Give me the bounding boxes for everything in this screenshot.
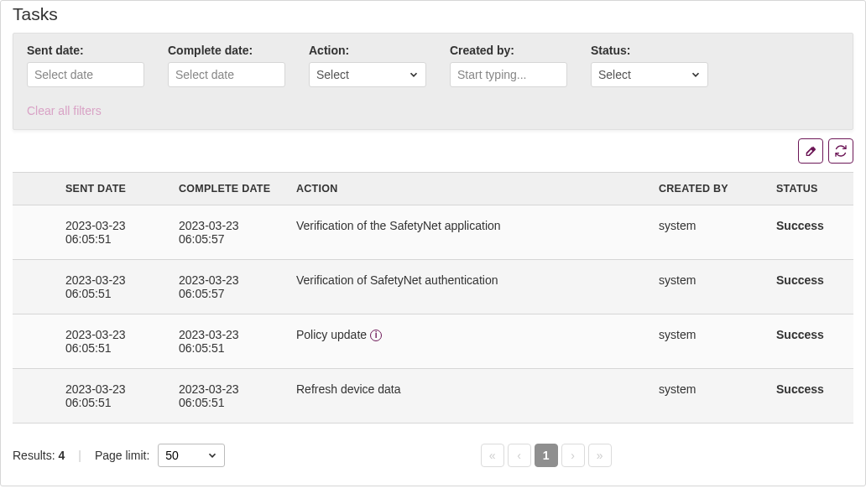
- cell-sent: 2023-03-2306:05:51: [59, 205, 172, 259]
- eraser-icon: [804, 144, 817, 158]
- filter-sent-date: Sent date:: [27, 44, 144, 87]
- pager-last[interactable]: »: [588, 444, 612, 467]
- cell-complete: 2023-03-2306:05:57: [172, 260, 290, 314]
- clear-filters-link[interactable]: Clear all filters: [27, 104, 839, 117]
- divider: |: [78, 449, 81, 462]
- cell-action: Verification of SafetyNet authentication: [290, 260, 652, 314]
- filter-action: Action: Select: [309, 44, 426, 87]
- cell-status: Success: [769, 369, 853, 423]
- status-select[interactable]: Select: [591, 62, 708, 87]
- table-header: SENT DATE COMPLETE DATE ACTION CREATED B…: [13, 173, 853, 205]
- filter-panel: Sent date: Complete date: Action: Select: [13, 33, 853, 130]
- col-status: STATUS: [769, 173, 853, 205]
- col-complete: COMPLETE DATE: [172, 173, 290, 205]
- task-table: SENT DATE COMPLETE DATE ACTION CREATED B…: [13, 172, 853, 423]
- col-sent: SENT DATE: [59, 173, 172, 205]
- info-icon[interactable]: i: [370, 330, 382, 341]
- table-row: 2023-03-2306:05:512023-03-2306:05:57Veri…: [13, 205, 853, 260]
- filter-status: Status: Select: [591, 44, 708, 87]
- filter-complete-date-label: Complete date:: [168, 44, 285, 57]
- created-by-input[interactable]: [450, 62, 567, 87]
- page-limit: Page limit: 50: [95, 444, 225, 467]
- cell-created: system: [652, 369, 769, 423]
- cell-status: Success: [769, 205, 853, 259]
- cell-sent: 2023-03-2306:05:51: [59, 369, 172, 423]
- page-limit-select[interactable]: 50: [158, 444, 225, 467]
- cell-action: Refresh device data: [290, 369, 652, 423]
- table-row: 2023-03-2306:05:512023-03-2306:05:51Refr…: [13, 369, 853, 423]
- refresh-icon: [834, 144, 848, 158]
- col-action: ACTION: [290, 173, 652, 205]
- filter-status-label: Status:: [591, 44, 708, 57]
- table-footer: Results: 4 | Page limit: 50 « ‹ 1 › »: [1, 423, 865, 467]
- filter-complete-date: Complete date:: [168, 44, 285, 87]
- sent-date-input[interactable]: [27, 62, 144, 87]
- pager: « ‹ 1 › »: [238, 444, 853, 467]
- cell-action: Policy updatei: [290, 314, 652, 368]
- page-title: Tasks: [1, 1, 865, 33]
- table-toolbar: [1, 130, 865, 167]
- filter-created-by: Created by:: [450, 44, 567, 87]
- col-created: CREATED BY: [652, 173, 769, 205]
- complete-date-input[interactable]: [168, 62, 285, 87]
- filter-action-label: Action:: [309, 44, 426, 57]
- filter-sent-date-label: Sent date:: [27, 44, 144, 57]
- table-row: 2023-03-2306:05:512023-03-2306:05:57Veri…: [13, 260, 853, 314]
- pager-prev[interactable]: ‹: [508, 444, 531, 467]
- table-row: 2023-03-2306:05:512023-03-2306:05:51Poli…: [13, 314, 853, 369]
- cell-status: Success: [769, 314, 853, 368]
- eraser-button[interactable]: [798, 138, 823, 164]
- cell-created: system: [652, 314, 769, 368]
- table-body: 2023-03-2306:05:512023-03-2306:05:57Veri…: [13, 205, 853, 423]
- cell-status: Success: [769, 260, 853, 314]
- cell-complete: 2023-03-2306:05:51: [172, 369, 290, 423]
- cell-complete: 2023-03-2306:05:51: [172, 314, 290, 368]
- cell-complete: 2023-03-2306:05:57: [172, 205, 290, 259]
- cell-sent: 2023-03-2306:05:51: [59, 314, 172, 368]
- results-count: Results: 4: [13, 449, 65, 462]
- filter-created-by-label: Created by:: [450, 44, 567, 57]
- tasks-panel: Tasks Sent date: Complete date: Action: …: [0, 0, 866, 486]
- pager-next[interactable]: ›: [561, 444, 585, 467]
- page-limit-label: Page limit:: [95, 449, 149, 462]
- pager-first[interactable]: «: [481, 444, 504, 467]
- filter-row: Sent date: Complete date: Action: Select: [27, 44, 839, 87]
- action-select[interactable]: Select: [309, 62, 426, 87]
- cell-created: system: [652, 260, 769, 314]
- cell-created: system: [652, 205, 769, 259]
- cell-sent: 2023-03-2306:05:51: [59, 260, 172, 314]
- cell-action: Verification of the SafetyNet applicatio…: [290, 205, 652, 259]
- refresh-button[interactable]: [828, 138, 853, 164]
- pager-page-1[interactable]: 1: [535, 444, 558, 467]
